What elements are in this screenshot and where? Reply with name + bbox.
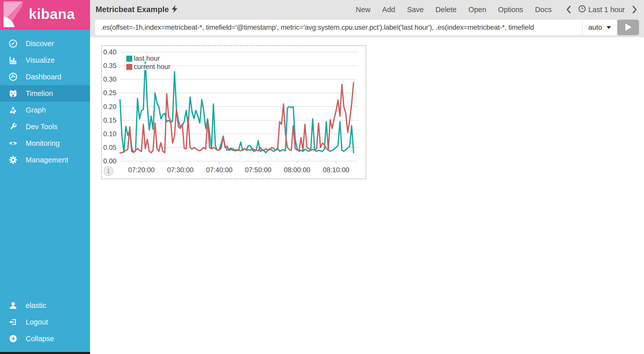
timelion-query-input[interactable] — [95, 20, 582, 35]
run-query-button[interactable] — [617, 20, 639, 35]
svg-text:0.00: 0.00 — [103, 157, 116, 165]
wrench-icon — [8, 122, 18, 131]
sidebar-item-label: Discover — [26, 40, 54, 48]
sidebar-item-dashboard[interactable]: Dashboard — [0, 68, 90, 85]
clock-icon — [578, 5, 586, 14]
sidebar-item-label: Monitoring — [26, 139, 60, 148]
legend-label: current hour — [134, 63, 171, 70]
sidebar-item-label: Management — [26, 156, 68, 164]
user-icon — [8, 301, 18, 310]
svg-text:08:10:00: 08:10:00 — [323, 166, 349, 174]
logout-icon — [8, 317, 18, 327]
caret-down-icon — [607, 26, 611, 29]
kibana-app: kibana Discover Visualize Dashboard — [0, 0, 644, 354]
legend-swatch-teal — [126, 56, 132, 62]
legend-label: last hour — [134, 55, 160, 62]
bar-chart-icon — [8, 56, 18, 65]
sidebar-item-graph[interactable]: Graph — [0, 102, 90, 118]
top-bar: Metricbeat Example New Add Save Delete O… — [90, 0, 644, 37]
svg-text:0.10: 0.10 — [103, 130, 116, 138]
legend-swatch-red — [126, 64, 132, 70]
legend-item: last hour — [126, 55, 163, 62]
svg-text:07:20:00: 07:20:00 — [128, 166, 155, 174]
time-range-label: Last 1 hour — [588, 6, 625, 14]
lightning-bolt-icon — [172, 5, 178, 14]
interval-value: auto — [588, 23, 602, 31]
gear-icon — [8, 155, 18, 164]
sidebar-nav: Discover Visualize Dashboard Timelion — [0, 35, 90, 168]
svg-text:0.15: 0.15 — [103, 117, 116, 124]
sidebar-item-dev-tools[interactable]: Dev Tools — [0, 118, 90, 135]
sidebar-item-label: Logout — [26, 318, 48, 326]
sidebar-item-label: Dashboard — [26, 73, 61, 81]
brand-name: kibana — [29, 6, 75, 24]
menu-item-delete[interactable]: Delete — [435, 6, 457, 14]
title-row: Metricbeat Example New Add Save Delete O… — [90, 0, 644, 18]
menu-item-options[interactable]: Options — [498, 6, 523, 14]
sidebar-item-label: Dev Tools — [26, 123, 58, 131]
menu-item-docs[interactable]: Docs — [535, 6, 552, 14]
dashboard-icon — [8, 72, 18, 81]
svg-text:0.35: 0.35 — [103, 62, 116, 69]
sidebar-item-visualize[interactable]: Visualize — [0, 52, 90, 68]
timelion-chart-panel[interactable]: 0.000.050.100.150.200.250.300.350.4007:2… — [101, 45, 366, 179]
sidebar-item-label: Graph — [26, 106, 46, 114]
svg-text:0.40: 0.40 — [103, 48, 116, 56]
sidebar: kibana Discover Visualize Dashboard — [0, 0, 90, 354]
chart-legend: last hour current hour — [126, 55, 173, 70]
timelion-icon — [8, 89, 18, 98]
sidebar-item-label: Timelion — [26, 89, 53, 98]
graph-icon — [8, 105, 18, 115]
sidebar-item-discover[interactable]: Discover — [0, 35, 90, 52]
sidebar-footer-nav: elastic Logout Collapse — [0, 297, 90, 347]
compass-icon — [8, 39, 18, 48]
toolbar-menu: New Add Save Delete Open Options Docs — [356, 6, 552, 14]
time-range-picker[interactable]: Last 1 hour — [578, 5, 625, 14]
content-area: 0.000.050.100.150.200.250.300.350.4007:2… — [90, 37, 644, 354]
sidebar-item-label: Collapse — [26, 335, 54, 343]
svg-text:07:30:00: 07:30:00 — [167, 166, 193, 174]
page-title: Metricbeat Example — [96, 5, 169, 14]
menu-item-open[interactable]: Open — [468, 6, 486, 14]
time-navigation: Last 1 hour — [566, 5, 637, 14]
main-area: Metricbeat Example New Add Save Delete O… — [90, 0, 644, 354]
sidebar-item-label: elastic — [26, 301, 46, 310]
collapse-icon — [8, 334, 18, 343]
play-icon — [624, 23, 632, 32]
svg-text:08:00:00: 08:00:00 — [284, 166, 310, 174]
menu-item-add[interactable]: Add — [382, 6, 395, 14]
svg-text:07:50:00: 07:50:00 — [245, 166, 271, 174]
sidebar-item-monitoring[interactable]: Monitoring — [0, 135, 90, 152]
sidebar-item-logout[interactable]: Logout — [0, 314, 90, 330]
sidebar-item-user-elastic[interactable]: elastic — [0, 297, 90, 314]
svg-text:0.20: 0.20 — [103, 103, 116, 111]
sidebar-bottom-strip — [0, 352, 90, 354]
chevron-left-icon[interactable] — [566, 5, 571, 14]
svg-text:0.30: 0.30 — [103, 76, 116, 83]
sidebar-item-timelion[interactable]: Timelion — [0, 85, 90, 102]
query-row: auto — [95, 20, 639, 35]
legend-item: current hour — [126, 63, 173, 70]
menu-item-new[interactable]: New — [356, 6, 370, 14]
kibana-logo-icon — [4, 2, 24, 28]
sidebar-item-collapse[interactable]: Collapse — [0, 330, 90, 347]
svg-text:07:40:00: 07:40:00 — [206, 166, 232, 174]
sidebar-item-management[interactable]: Management — [0, 152, 90, 168]
menu-item-save[interactable]: Save — [407, 6, 424, 14]
chevron-right-icon[interactable] — [632, 5, 637, 14]
kibana-logo[interactable]: kibana — [0, 0, 90, 30]
svg-text:0.25: 0.25 — [103, 89, 116, 97]
panel-index-badge: 1 — [104, 166, 113, 176]
svg-text:0.05: 0.05 — [103, 144, 116, 151]
sidebar-item-label: Visualize — [26, 56, 55, 64]
eye-icon — [8, 139, 18, 148]
interval-select[interactable]: auto — [582, 20, 617, 35]
